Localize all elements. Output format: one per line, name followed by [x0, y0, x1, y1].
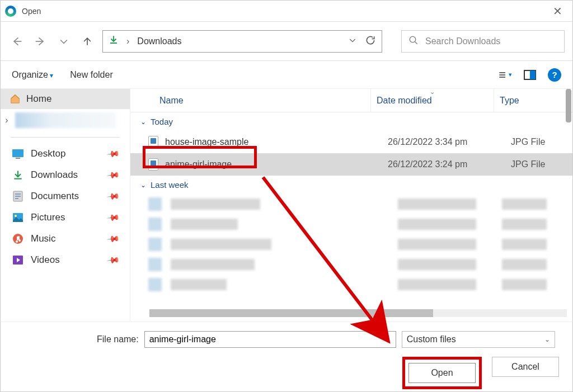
main-area: Home › Desktop 📌 Downloads 📌 Documents 📌: [1, 89, 572, 322]
file-row-selected[interactable]: anime-girl-image 26/12/2022 3:24 pm JPG …: [130, 153, 572, 176]
file-date: 26/12/2022 3:24 pm: [388, 159, 511, 169]
sort-indicator-icon: ⌄: [430, 89, 435, 96]
chevron-down-icon: ⌄: [544, 336, 550, 343]
home-icon: [10, 94, 21, 104]
pin-icon: 📌: [106, 168, 120, 182]
blurred-file-row: [130, 214, 572, 234]
column-type[interactable]: Type: [494, 89, 572, 112]
address-location: Downloads: [137, 36, 340, 46]
edge-icon: [5, 6, 16, 17]
sidebar-item-label: Pictures: [31, 212, 65, 223]
titlebar: Open ✕: [1, 1, 572, 22]
sidebar-item-label: Desktop: [31, 148, 65, 159]
pictures-icon: [12, 211, 24, 224]
file-name: house-image-sample: [165, 137, 388, 147]
blurred-file-row: [130, 275, 572, 295]
file-name: anime-girl-image: [165, 159, 388, 169]
search-box[interactable]: [401, 30, 565, 53]
chevron-down-icon: ⌄: [140, 118, 146, 126]
search-icon: [408, 35, 419, 48]
file-date: 26/12/2022 3:34 pm: [388, 137, 511, 147]
help-icon[interactable]: ?: [548, 68, 561, 82]
sidebar-home[interactable]: Home: [1, 89, 130, 109]
svg-rect-3: [12, 149, 24, 157]
annotation-highlight: Open: [402, 357, 482, 389]
sidebar-item-label: Videos: [31, 254, 60, 266]
blurred-content: [15, 112, 116, 128]
chevron-right-icon: ›: [2, 115, 12, 125]
group-header-today[interactable]: ⌄ Today: [130, 112, 572, 131]
file-type: JPG File: [511, 137, 572, 147]
image-file-icon: [148, 136, 158, 148]
sidebar-recent-item[interactable]: ›: [1, 109, 130, 131]
history-dropdown-icon[interactable]: [55, 33, 72, 50]
downloads-icon: [12, 169, 24, 181]
sidebar-home-label: Home: [26, 93, 51, 105]
pin-icon: 📌: [106, 210, 120, 225]
file-list-header: Name ⌄Date modified Type: [130, 89, 572, 112]
group-header-lastweek[interactable]: ⌄ Last week: [130, 176, 572, 194]
blurred-file-row: [130, 234, 572, 254]
svg-rect-2: [530, 70, 536, 79]
close-icon[interactable]: ✕: [547, 4, 568, 18]
preview-pane-icon[interactable]: [523, 68, 537, 82]
music-icon: [12, 233, 24, 245]
new-folder-button[interactable]: New folder: [70, 70, 112, 80]
filetype-selected: Custom files: [407, 334, 456, 344]
sidebar-item-downloads[interactable]: Downloads 📌: [8, 164, 122, 186]
organize-menu[interactable]: Organize: [12, 70, 53, 80]
column-name[interactable]: Name: [130, 89, 371, 112]
file-type: JPG File: [511, 159, 572, 169]
pin-icon: 📌: [106, 253, 120, 267]
pin-icon: 📌: [106, 232, 120, 246]
desktop-icon: [12, 148, 24, 160]
toolbar: Organize New folder ▾ ?: [1, 61, 572, 89]
path-separator-icon: ›: [126, 36, 129, 46]
svg-rect-4: [16, 158, 20, 159]
sidebar-item-desktop[interactable]: Desktop 📌: [8, 143, 122, 164]
sidebar-item-music[interactable]: Music 📌: [8, 228, 122, 249]
view-menu-icon[interactable]: ▾: [499, 68, 512, 82]
separator: [11, 137, 120, 138]
address-dropdown-icon[interactable]: [348, 36, 357, 47]
forward-button[interactable]: [32, 33, 49, 50]
column-date[interactable]: ⌄Date modified: [371, 89, 494, 112]
address-bar[interactable]: › Downloads: [102, 30, 382, 53]
up-button[interactable]: [79, 33, 96, 50]
nav-row: › Downloads: [1, 22, 572, 61]
refresh-icon[interactable]: [365, 35, 376, 48]
pin-icon: 📌: [106, 147, 120, 161]
svg-point-7: [15, 215, 17, 217]
chevron-down-icon: ⌄: [140, 181, 146, 189]
downloads-location-icon: [109, 35, 119, 48]
vertical-scrollbar[interactable]: [566, 89, 571, 122]
sidebar-item-label: Downloads: [31, 169, 78, 181]
sidebar-item-label: Music: [31, 233, 55, 244]
footer: File name: Custom files ⌄ Open Cancel: [1, 322, 572, 392]
filename-label: File name:: [97, 334, 139, 344]
window-title: Open: [22, 7, 41, 16]
back-button[interactable]: [8, 33, 25, 50]
sidebar-item-documents[interactable]: Documents 📌: [8, 186, 122, 207]
filename-input[interactable]: [144, 331, 396, 348]
cancel-button[interactable]: Cancel: [492, 357, 559, 377]
blurred-file-row: [130, 194, 572, 214]
sidebar: Home › Desktop 📌 Downloads 📌 Documents 📌: [1, 89, 130, 322]
documents-icon: [12, 190, 24, 202]
svg-point-0: [410, 36, 416, 42]
videos-icon: [12, 254, 24, 266]
horizontal-scrollbar[interactable]: [149, 309, 567, 317]
blurred-file-row: [130, 254, 572, 275]
open-button[interactable]: Open: [408, 363, 476, 383]
sidebar-item-label: Documents: [31, 191, 79, 202]
image-file-icon: [148, 158, 158, 171]
sidebar-item-pictures[interactable]: Pictures 📌: [8, 207, 122, 228]
sidebar-item-videos[interactable]: Videos 📌: [8, 249, 122, 271]
file-row[interactable]: house-image-sample 26/12/2022 3:34 pm JP…: [130, 131, 572, 153]
pin-icon: 📌: [106, 189, 120, 204]
filetype-select[interactable]: Custom files ⌄: [402, 331, 555, 348]
search-input[interactable]: [425, 36, 557, 46]
file-pane: Name ⌄Date modified Type ⌄ Today house-i…: [130, 89, 572, 322]
